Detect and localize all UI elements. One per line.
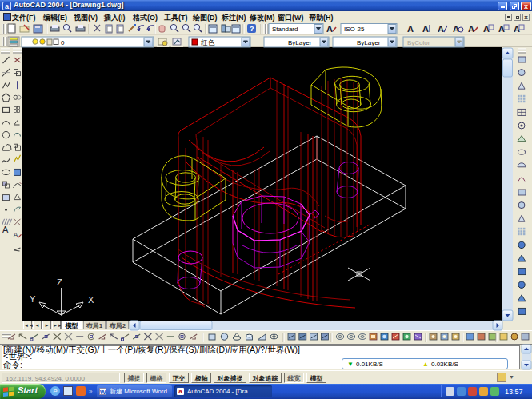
svg-text:Y: Y	[30, 294, 36, 304]
svg-text:A: A	[14, 231, 18, 239]
svg-text:Z: Z	[57, 277, 62, 287]
svg-text:A: A	[2, 225, 9, 234]
svg-text:X: X	[88, 295, 94, 305]
